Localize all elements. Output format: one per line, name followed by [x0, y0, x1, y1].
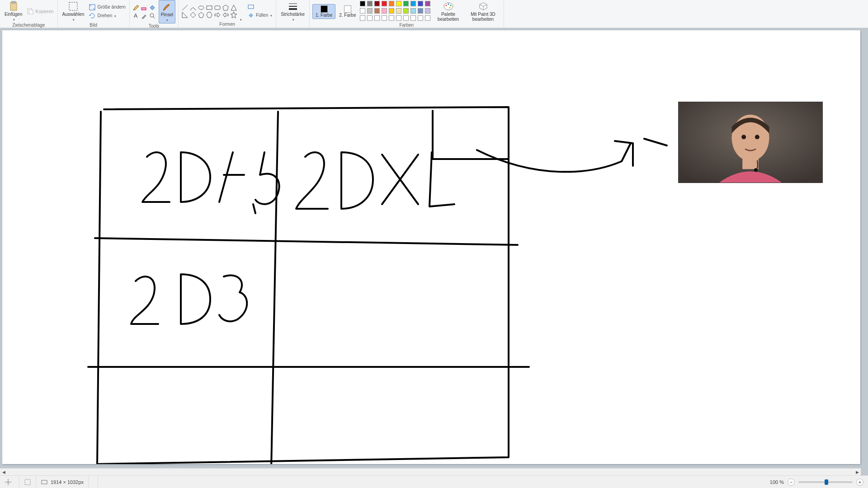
svg-rect-4 [69, 2, 77, 10]
clipboard-icon [8, 1, 19, 12]
shape-pentagon-icon[interactable] [198, 11, 205, 19]
stroke-width-button[interactable]: Strichstärke [279, 0, 307, 23]
palette-swatch[interactable] [374, 15, 380, 21]
palette-swatch[interactable] [410, 1, 416, 6]
shape-rect-icon[interactable] [206, 4, 213, 11]
palette-swatch[interactable] [396, 8, 401, 14]
svg-rect-31 [742, 158, 759, 169]
group-label-shapes: Formen [219, 22, 235, 28]
shape-curve-icon[interactable] [189, 4, 197, 11]
palette-swatch[interactable] [374, 8, 380, 14]
select-button[interactable]: Auswählen [61, 0, 86, 23]
shape-triangle-icon[interactable] [230, 4, 237, 11]
color1-label: 1. Farbe [316, 13, 332, 18]
shapes-gallery[interactable] [181, 4, 237, 18]
shape-line-icon[interactable] [181, 4, 189, 11]
brush-icon [161, 1, 172, 12]
resize-icon [89, 4, 96, 11]
shape-arrowleft-icon[interactable] [222, 11, 229, 19]
palette-swatch[interactable] [360, 1, 365, 6]
palette-swatch[interactable] [367, 8, 373, 14]
paste-button[interactable]: Einfügen [3, 0, 24, 23]
shape-roundrect-icon[interactable] [214, 4, 221, 11]
palette-swatch[interactable] [396, 15, 401, 21]
zoom-slider[interactable] [798, 481, 853, 483]
shape-hexagon-icon[interactable] [206, 11, 213, 19]
palette-swatch[interactable] [403, 1, 409, 6]
edit-colors-button[interactable]: Palette bearbeiten [433, 0, 464, 23]
group-colors: 1. Farbe 2. Farbe Palette bearbeiten Mit… [310, 0, 504, 28]
eraser-icon[interactable] [141, 4, 148, 11]
copy-button[interactable]: Kopieren [26, 7, 54, 15]
bucket-icon[interactable] [149, 4, 156, 11]
chevron-down-icon [269, 13, 272, 18]
zoom-in-button[interactable]: + [856, 479, 863, 486]
webcam-overlay [678, 102, 823, 183]
crosshair-icon [5, 479, 12, 486]
zoom-out-button[interactable]: − [788, 479, 795, 486]
chevron-down-icon [165, 17, 168, 22]
svg-point-33 [755, 135, 760, 139]
palette-swatch[interactable] [382, 15, 387, 21]
magnifier-icon[interactable] [149, 12, 156, 19]
text-icon[interactable]: A [132, 12, 140, 19]
resize-button[interactable]: Größe ändern [88, 3, 126, 11]
shape-arrowright-icon[interactable] [214, 11, 221, 19]
shapes-more-icon[interactable] [239, 16, 242, 22]
palette-swatch[interactable] [389, 8, 394, 14]
palette-swatch[interactable] [367, 15, 373, 21]
shape-diamond-icon[interactable] [189, 11, 197, 19]
svg-rect-0 [10, 2, 17, 10]
paint3d-label: Mit Paint 3D bearbeiten [467, 12, 499, 22]
palette-swatch[interactable] [396, 1, 401, 6]
eyedropper-icon[interactable] [141, 12, 148, 19]
scroll-left-button[interactable]: ◀ [0, 469, 7, 476]
scroll-right-button[interactable]: ▶ [854, 469, 861, 476]
palette-swatch[interactable] [403, 8, 409, 14]
shape-star-icon[interactable] [230, 11, 237, 19]
palette-swatch[interactable] [418, 8, 423, 14]
palette-swatch[interactable] [410, 8, 416, 14]
canvas[interactable] [2, 30, 860, 464]
canvas-area [0, 28, 868, 475]
paint3d-button[interactable]: Mit Paint 3D bearbeiten [466, 0, 501, 23]
palette-swatch[interactable] [403, 15, 409, 21]
palette-swatch[interactable] [367, 1, 373, 6]
palette-swatch[interactable] [418, 1, 423, 6]
svg-rect-1 [12, 1, 15, 3]
color1-button[interactable]: 1. Farbe [312, 4, 335, 19]
palette-swatch[interactable] [374, 1, 380, 6]
shape-righttri-icon[interactable] [181, 11, 189, 19]
rotate-button[interactable]: Drehen [88, 12, 126, 20]
shape-outline-button[interactable] [246, 3, 273, 11]
palette-swatch[interactable] [382, 1, 387, 6]
shape-fill-button[interactable]: Füllen [246, 11, 273, 19]
color-palette [360, 1, 431, 22]
palette-swatch[interactable] [382, 8, 387, 14]
palette-swatch[interactable] [425, 15, 430, 21]
pencil-icon[interactable] [132, 4, 140, 11]
select-rect-icon [68, 1, 79, 12]
palette-swatch[interactable] [418, 15, 423, 21]
status-cursor [0, 476, 19, 488]
rotate-icon [89, 12, 96, 19]
group-image: Auswählen Größe ändern Drehen [58, 0, 130, 28]
palette-swatch[interactable] [410, 15, 416, 21]
svg-point-9 [198, 6, 204, 9]
palette-swatch[interactable] [389, 1, 394, 6]
selection-icon [24, 479, 31, 486]
svg-point-27 [449, 7, 450, 9]
scrollbar-horizontal[interactable]: ◀ ▶ [0, 468, 861, 475]
color2-label: 2. Farbe [339, 13, 356, 18]
palette-swatch[interactable] [360, 8, 365, 14]
palette-swatch[interactable] [389, 15, 394, 21]
shape-oval-icon[interactable] [198, 4, 205, 11]
brush-button[interactable]: Pinsel [159, 0, 175, 23]
chevron-down-icon [113, 13, 116, 18]
palette-swatch[interactable] [360, 15, 365, 21]
copy-label: Kopieren [35, 9, 53, 14]
palette-swatch[interactable] [425, 8, 430, 14]
color2-button[interactable]: 2. Farbe [337, 5, 358, 19]
palette-swatch[interactable] [425, 1, 430, 6]
shape-polygon-icon[interactable] [222, 4, 229, 11]
